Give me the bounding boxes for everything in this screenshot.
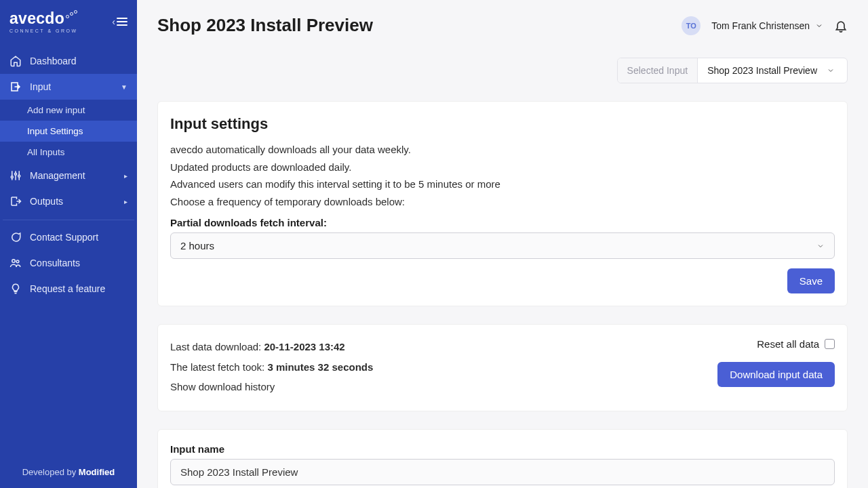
chevron-down-icon [816, 242, 825, 250]
settings-description: Advanced users can modify this interval … [170, 176, 835, 193]
interval-select[interactable]: 2 hours [170, 232, 835, 259]
show-download-history-link[interactable]: Show download history [170, 378, 373, 396]
sidebar-nav: Dashboard Input ▼ Add new input Input Se… [0, 48, 137, 302]
sidebar-item-input[interactable]: Input ▼ [0, 74, 137, 100]
sidebar-item-contact-support[interactable]: Contact Support [0, 224, 137, 250]
interval-select-value: 2 hours [180, 240, 214, 251]
output-icon [9, 195, 22, 207]
input-selector-value: Shop 2023 Install Preview [707, 65, 817, 76]
sidebar-item-label: Contact Support [30, 232, 98, 243]
input-selector-label: Selected Input [618, 58, 698, 83]
sidebar-sub-all-inputs[interactable]: All Inputs [0, 142, 137, 163]
lightbulb-icon [9, 283, 22, 295]
sidebar-collapse-button[interactable]: ‹ [112, 16, 127, 27]
sliders-icon [9, 169, 22, 182]
input-settings-card: Input settings avecdo automatically down… [157, 101, 848, 306]
input-icon [9, 81, 22, 93]
input-name-field[interactable]: Shop 2023 Install Preview [170, 459, 835, 485]
users-icon [9, 257, 22, 269]
sidebar-item-label: Consultants [30, 258, 80, 268]
chevron-down-icon [815, 22, 823, 30]
chat-icon [9, 231, 22, 243]
fetch-time-line: The latest fetch took: 3 minutes 32 seco… [170, 359, 373, 376]
sidebar-item-label: Input [30, 81, 51, 92]
reset-all-data-label: Reset all data [757, 338, 819, 350]
input-selector-dropdown[interactable]: Shop 2023 Install Preview [698, 58, 847, 83]
last-download-line: Last data download: 20-11-2023 13:42 [170, 338, 373, 356]
avatar[interactable]: TO [682, 16, 701, 35]
sidebar-sub-add-input[interactable]: Add new input [0, 100, 137, 121]
sidebar-item-request-feature[interactable]: Request a feature [0, 276, 137, 302]
settings-description: Choose a frequency of temporary download… [170, 193, 835, 211]
chevron-down-icon [827, 66, 835, 75]
sidebar: avecdo CONNECT & GROW ‹ Dashboard Input … [0, 0, 137, 488]
sidebar-item-management[interactable]: Management ▸ [0, 163, 137, 188]
brand-tagline: CONNECT & GROW [9, 28, 78, 33]
sidebar-item-label: Request a feature [30, 283, 105, 294]
settings-description: Updated products are downloaded daily. [170, 159, 835, 176]
home-icon [9, 55, 22, 67]
main-content: Shop 2023 Install Preview TO Tom Frank C… [137, 0, 868, 488]
fetch-time-value: 3 minutes 32 seconds [267, 361, 373, 373]
page-title: Shop 2023 Install Preview [157, 15, 373, 36]
chevron-left-icon: ‹ [112, 16, 115, 27]
user-menu[interactable]: Tom Frank Christensen [711, 20, 823, 31]
hamburger-icon [117, 18, 127, 26]
sidebar-sub-input-settings[interactable]: Input Settings [0, 121, 137, 142]
download-input-data-button[interactable]: Download input data [717, 362, 835, 387]
brand-logo: avecdo CONNECT & GROW [9, 9, 78, 33]
interval-field-label: Partial downloads fetch interval: [170, 217, 835, 228]
sidebar-item-outputs[interactable]: Outputs ▸ [0, 188, 137, 214]
download-status-card: Last data download: 20-11-2023 13:42 The… [157, 324, 848, 411]
svg-point-4 [16, 260, 19, 263]
input-selector: Selected Input Shop 2023 Install Preview [617, 58, 848, 83]
input-name-label: Input name [170, 443, 835, 455]
svg-point-1 [15, 173, 17, 175]
svg-point-0 [11, 176, 13, 178]
reset-all-data-checkbox[interactable] [825, 339, 835, 349]
sidebar-item-label: Dashboard [30, 56, 77, 66]
sidebar-divider [3, 220, 134, 220]
brand-dots-icon [66, 10, 78, 20]
developed-by: Developed by Modified [0, 459, 137, 488]
card-title: Input settings [170, 115, 835, 133]
sidebar-item-label: Outputs [30, 196, 63, 207]
last-download-value: 20-11-2023 13:42 [264, 341, 344, 352]
sidebar-item-consultants[interactable]: Consultants [0, 250, 137, 276]
svg-point-2 [18, 175, 20, 177]
bell-icon[interactable] [834, 19, 848, 33]
save-button[interactable]: Save [787, 268, 835, 293]
brand-name: avecdo [9, 9, 64, 28]
sidebar-item-dashboard[interactable]: Dashboard [0, 48, 137, 74]
sidebar-item-label: Management [30, 170, 85, 181]
chevron-right-icon: ▸ [124, 172, 127, 180]
settings-description: avecdo automatically downloads all your … [170, 141, 835, 159]
input-name-card: Input name Shop 2023 Install Preview Pro… [157, 429, 848, 489]
chevron-right-icon: ▸ [124, 198, 127, 205]
chevron-down-icon: ▼ [121, 83, 127, 91]
svg-point-3 [12, 260, 16, 263]
user-name: Tom Frank Christensen [711, 20, 810, 31]
